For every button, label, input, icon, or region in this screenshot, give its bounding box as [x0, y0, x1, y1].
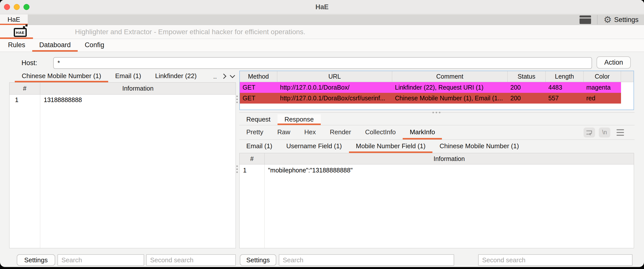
table-cell-information[interactable]: "mobilephone":"13188888888" [264, 164, 634, 176]
editor-view-controls: \n [584, 125, 634, 139]
databoard-right-panel: Method URL Comment Status Length Color G… [239, 70, 634, 267]
settings-menu[interactable]: ⚙ Settings [604, 14, 638, 25]
vertical-splitter-handle[interactable] [236, 96, 238, 103]
extension-tabbar: HaE ⚙ Settings [0, 14, 644, 25]
desktop-background: HaE HaE ⚙ Settings HAE Highlighter and E… [0, 0, 644, 269]
vertical-splitter-handle[interactable] [236, 165, 238, 173]
databoard-left-panel: Chinese Mobile Number (1) Email (1) Link… [9, 70, 236, 267]
tab-collectinfo[interactable]: CollectInfo [358, 125, 403, 139]
dock-layout-icon[interactable] [580, 15, 591, 24]
tab-markinfo[interactable]: MarkInfo [403, 125, 442, 139]
column-header-color[interactable]: Color [584, 71, 621, 82]
horizontal-splitter[interactable] [239, 111, 634, 114]
tab-hex[interactable]: Hex [297, 125, 323, 139]
request-row-magenta[interactable]: GET http://127.0.0.1/DoraBox/ Linkfinder… [240, 82, 634, 93]
tab-chinese-mobile-number[interactable]: Chinese Mobile Number (1) [15, 70, 108, 82]
column-header-url[interactable]: URL [277, 71, 392, 82]
cell-comment: Chinese Mobile Number (1), Email (1... [392, 93, 508, 104]
tab-config[interactable]: Config [78, 39, 111, 52]
editor-menu-icon[interactable] [616, 129, 624, 136]
logo-pixel [26, 24, 28, 26]
tab-email[interactable]: Email (1) [108, 70, 148, 82]
tab-raw[interactable]: Raw [270, 125, 297, 139]
newline-toggle-button[interactable]: \n [599, 128, 610, 137]
titlebar: HaE [0, 0, 644, 14]
host-input[interactable] [53, 57, 592, 69]
nav-tabbar: Rules Databoard Config [0, 39, 644, 52]
request-list-table: Method URL Comment Status Length Color G… [239, 71, 634, 110]
left-second-search-input[interactable] [146, 254, 236, 266]
message-tabbar: Request Response [239, 114, 634, 125]
column-header-num[interactable]: # [10, 83, 40, 95]
logo-pixel [23, 26, 25, 28]
cell-color: red [584, 93, 621, 104]
chevron-down-icon[interactable] [230, 73, 235, 78]
hae-logo: HAE [14, 28, 27, 37]
tab-overflow-label: .. [213, 73, 217, 80]
cell-length: 4483 [546, 82, 584, 93]
tab-rules[interactable]: Rules [1, 39, 32, 52]
request-row-red[interactable]: GET http://127.0.0.1/DoraBox/csrf/userin… [240, 93, 634, 104]
column-header-status[interactable]: Status [508, 71, 546, 82]
column-header-length[interactable]: Length [546, 71, 584, 82]
markinfo-information-table: # Information 1 "mobilephone":"131888888… [239, 153, 634, 248]
cell-comment: Linkfinder (22), Request URI (1) [392, 82, 508, 93]
tab-mark-username-field[interactable]: Username Field (1) [279, 140, 349, 153]
chevron-right-icon[interactable] [221, 74, 226, 79]
tabbar-divider [597, 15, 598, 24]
right-settings-button[interactable]: Settings [240, 254, 276, 266]
tab-pretty[interactable]: Pretty [239, 125, 270, 139]
action-button[interactable]: Action [596, 56, 631, 69]
left-search-input[interactable] [58, 254, 144, 266]
tab-response[interactable]: Response [278, 114, 321, 125]
cell-url: http://127.0.0.1/DoraBox/ [277, 82, 392, 93]
word-wrap-button[interactable] [584, 128, 595, 137]
tab-mark-email[interactable]: Email (1) [239, 140, 279, 153]
column-header-comment[interactable]: Comment [392, 71, 508, 82]
column-header-information[interactable]: Information [40, 83, 236, 95]
column-header-information[interactable]: Information [264, 153, 634, 164]
tab-request[interactable]: Request [239, 114, 278, 125]
table-cell-num[interactable]: 1 [240, 164, 264, 176]
tabbar-right-controls: ⚙ Settings [580, 14, 638, 25]
splitter-handle-dots [432, 112, 440, 113]
banner-accent-underline [0, 37, 33, 39]
cell-status: 200 [508, 82, 546, 93]
right-second-search-input[interactable] [478, 254, 632, 266]
cell-url: http://127.0.0.1/DoraBox/csrf/userinf... [277, 93, 392, 104]
column-header-num[interactable]: # [240, 153, 264, 164]
view-tabbar: Pretty Raw Hex Render CollectInfo MarkIn… [239, 125, 634, 140]
cell-color: magenta [584, 82, 621, 93]
banner: HAE Highlighter and Extractor - Empower … [0, 25, 644, 39]
tab-mark-chinese-mobile-number[interactable]: Chinese Mobile Number (1) [432, 140, 526, 153]
table-cell-num[interactable]: 1 [10, 95, 40, 105]
cell-status: 200 [508, 93, 546, 104]
column-header-method[interactable]: Method [240, 71, 277, 82]
table-cell-information[interactable]: 13188888888 [40, 95, 236, 105]
window-title: HaE [0, 0, 644, 14]
cell-method: GET [240, 93, 277, 104]
tab-linkfinder[interactable]: Linkfinder (22) [148, 70, 204, 82]
left-settings-button[interactable]: Settings [17, 254, 55, 266]
hae-window: HaE HaE ⚙ Settings HAE Highlighter and E… [0, 0, 644, 267]
right-search-input[interactable] [279, 254, 454, 266]
tab-mark-mobile-number-field[interactable]: Mobile Number Field (1) [349, 140, 433, 153]
markinfo-tabbar: Email (1) Username Field (1) Mobile Numb… [239, 140, 634, 153]
tab-render[interactable]: Render [323, 125, 358, 139]
cell-method: GET [240, 82, 277, 93]
gear-icon: ⚙ [604, 14, 612, 25]
cell-length: 557 [546, 93, 584, 104]
settings-label: Settings [614, 16, 638, 24]
information-table: # Information 1 13188888888 [9, 82, 236, 248]
banner-subtitle: Highlighter and Extractor - Empower ethi… [75, 25, 305, 39]
word-wrap-icon [586, 129, 593, 136]
tab-hae[interactable]: HaE [0, 14, 28, 25]
request-table-header: Method URL Comment Status Length Color [240, 71, 634, 82]
tab-overflow-controls: .. [213, 70, 234, 82]
tab-databoard[interactable]: Databoard [32, 39, 78, 52]
host-label: Host: [22, 57, 37, 69]
extract-type-tabbar: Chinese Mobile Number (1) Email (1) Link… [9, 70, 236, 82]
